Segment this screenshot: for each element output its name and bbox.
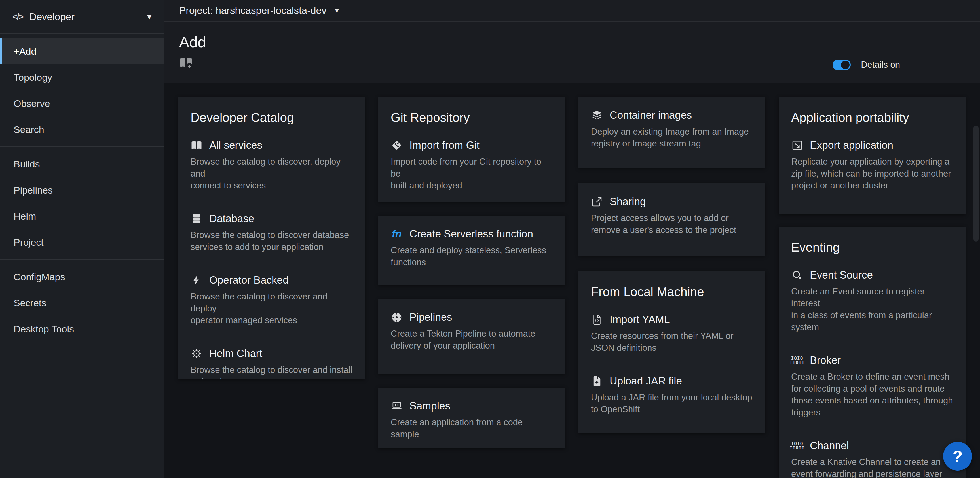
list-item: Import YAML Create resources from their …	[591, 314, 753, 354]
list-item: Event Source Create an Event source to r…	[791, 269, 953, 333]
perspective-switcher[interactable]: </> Developer ▾	[0, 0, 164, 33]
card-column-1: Developer Catalog All services Browse th…	[178, 97, 365, 478]
list-item: Export application Replicate your applic…	[791, 140, 953, 192]
sidebar-item-label: Secrets	[14, 297, 46, 308]
item-description: Create a Tekton Pipeline to automate del…	[391, 328, 553, 352]
item-title: Helm Chart	[209, 348, 262, 360]
item-title: All services	[209, 140, 262, 151]
card-serverless-function: fn Create Serverless function Create and…	[378, 216, 565, 285]
list-item: All services Browse the catalog to disco…	[191, 140, 352, 192]
sidebar-item-helm[interactable]: Helm	[0, 203, 164, 229]
add-item-sharing[interactable]: Sharing	[591, 196, 753, 208]
sidebar-item-secrets[interactable]: Secrets	[0, 290, 164, 316]
item-description: Import code from your Git repository to …	[391, 156, 553, 192]
add-item-pipelines[interactable]: Pipelines	[391, 311, 553, 323]
page-header: Add Details on	[164, 22, 980, 83]
sidebar-item-project[interactable]: Project	[0, 229, 164, 255]
card-container-images: Container images Deploy an existing Imag…	[579, 97, 765, 168]
item-description: Create and deploy stateless, Serverless …	[391, 245, 553, 268]
item-title: Upload JAR file	[610, 375, 682, 387]
database-icon	[191, 213, 202, 225]
card-column-4: Application portability Export applicati…	[779, 97, 966, 478]
sidebar-item-label: +Add	[14, 46, 36, 57]
sidebar: </> Developer ▾ +Add Topology Observe Se…	[0, 0, 164, 478]
perspective-label: Developer	[29, 11, 147, 22]
add-item-operator-backed[interactable]: Operator Backed	[191, 274, 352, 286]
sidebar-item-topology[interactable]: Topology	[0, 64, 164, 91]
sidebar-item-label: Builds	[14, 159, 40, 170]
add-item-broker[interactable]: IOIOIIOII Broker	[791, 354, 953, 366]
add-item-upload-jar-file[interactable]: Upload JAR file	[591, 375, 753, 387]
item-description: Create resources from their YAML or JSON…	[591, 330, 753, 354]
bolt-icon	[191, 274, 202, 286]
chevron-down-icon: ▾	[147, 13, 151, 21]
add-item-import-from-git[interactable]: Import from Git	[391, 140, 553, 151]
card-pipelines: Pipelines Create a Tekton Pipeline to au…	[378, 299, 565, 374]
project-selector-label: Project: harshcasper-localsta-dev	[179, 5, 326, 16]
card-title: Eventing	[791, 240, 953, 254]
question-mark-icon: ?	[953, 447, 963, 465]
item-title: Sharing	[610, 196, 646, 208]
item-description: Browse the catalog to discover and deplo…	[191, 291, 352, 326]
add-item-import-yaml[interactable]: Import YAML	[591, 314, 753, 326]
binary-icon: IOIOIIOII	[791, 440, 803, 452]
card-column-2: Git Repository	[378, 97, 565, 478]
item-description: Create an Event source to register inter…	[791, 286, 953, 333]
item-title: Pipelines	[409, 311, 452, 323]
fn-icon: fn	[391, 228, 402, 240]
add-item-event-source[interactable]: Event Source	[791, 269, 953, 281]
item-title: Samples	[409, 400, 450, 412]
item-title: Container images	[610, 110, 692, 121]
card-eventing: Eventing Event Source	[779, 227, 966, 478]
export-icon	[791, 140, 803, 151]
sidebar-item-pipelines[interactable]: Pipelines	[0, 177, 164, 203]
sidebar-item-builds[interactable]: Builds	[0, 151, 164, 177]
item-title: Channel	[810, 440, 849, 452]
add-item-samples[interactable]: Samples	[391, 400, 553, 412]
add-item-all-services[interactable]: All services	[191, 140, 352, 151]
sidebar-item-configmaps[interactable]: ConfigMaps	[0, 264, 164, 290]
book-plus-icon[interactable]	[179, 56, 193, 70]
card-title: Application portability	[791, 111, 953, 125]
sidebar-item-label: ConfigMaps	[14, 272, 65, 283]
list-item: IOIOIIOII Channel Create a Knative Chann…	[791, 440, 953, 478]
sidebar-item-observe[interactable]: Observe	[0, 91, 164, 116]
sidebar-item-label: Observe	[14, 98, 50, 109]
git-icon	[391, 140, 402, 151]
add-item-create-serverless-function[interactable]: fn Create Serverless function	[391, 228, 553, 240]
sidebar-nav: +Add Topology Observe Search Builds Pipe…	[0, 34, 164, 342]
details-toggle-label: Details on	[861, 60, 900, 70]
add-item-channel[interactable]: IOIOIIOII Channel	[791, 440, 953, 452]
details-toggle-switch[interactable]	[832, 59, 851, 70]
add-item-helm-chart[interactable]: Helm Chart	[191, 348, 352, 360]
help-button[interactable]: ?	[943, 442, 972, 471]
add-item-container-images[interactable]: Container images	[591, 110, 753, 121]
add-item-database[interactable]: Database	[191, 213, 352, 225]
card-git-repository: Git Repository	[378, 97, 565, 202]
card-developer-catalog: Developer Catalog All services Browse th…	[178, 97, 365, 379]
code-icon: </>	[13, 12, 23, 22]
card-samples: Samples Create an application from a cod…	[378, 387, 565, 448]
caret-down-icon: ▾	[335, 7, 339, 14]
toggle-knob	[841, 60, 850, 69]
book-open-icon	[191, 140, 202, 151]
project-selector[interactable]: Project: harshcasper-localsta-dev ▾	[179, 5, 339, 16]
add-item-export-application[interactable]: Export application	[791, 140, 953, 151]
card-title: From Local Machine	[591, 285, 753, 299]
sidebar-item-search[interactable]: Search	[0, 116, 164, 143]
sidebar-item-desktop-tools[interactable]: Desktop Tools	[0, 316, 164, 342]
sidebar-item-add[interactable]: +Add	[0, 38, 164, 64]
card-from-local-machine: From Local Machine Im	[579, 271, 765, 433]
context-selector-bar: Project: harshcasper-localsta-dev ▾	[164, 0, 980, 22]
list-item: Container images Deploy an existing Imag…	[591, 110, 753, 149]
item-title: Export application	[810, 140, 893, 151]
event-source-icon	[791, 269, 803, 281]
list-item: Upload JAR file Upload a JAR file from y…	[591, 375, 753, 415]
item-title: Database	[209, 213, 254, 225]
item-description: Browse the catalog to discover, deploy a…	[191, 156, 352, 192]
item-description: Project access allows you to add or remo…	[591, 212, 753, 236]
card-title: Git Repository	[391, 111, 553, 125]
add-page-content: Developer Catalog All services Browse th…	[164, 83, 980, 478]
page-title: Add	[179, 33, 965, 51]
scrollbar-thumb[interactable]	[974, 125, 978, 242]
